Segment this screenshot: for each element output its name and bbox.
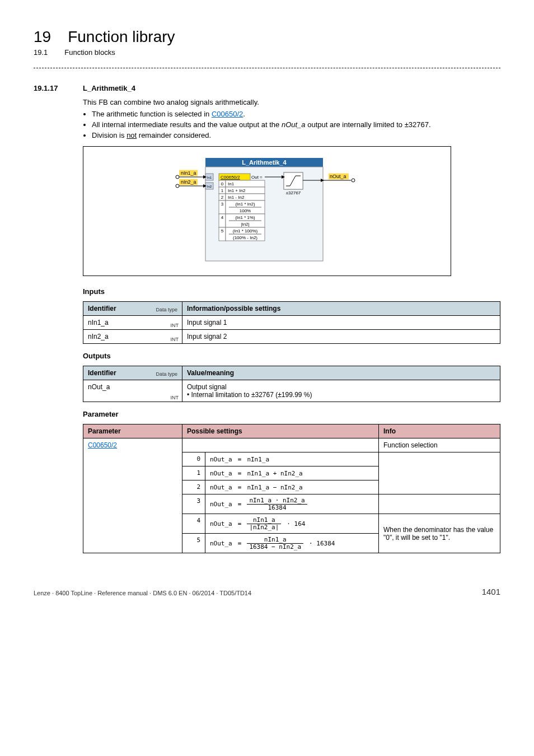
id-text: nIn2_a (88, 333, 109, 340)
equals-icon: = (238, 520, 242, 528)
th-identifier: Identifier Data type (83, 366, 182, 380)
f-lhs: nOut_a (210, 456, 232, 463)
opt-text: (In1 * 100%) (233, 228, 258, 234)
opt-text: |In2| (241, 222, 249, 227)
cell-formula: nOut_a = nIn1_a (205, 452, 379, 466)
inputs-heading: Inputs (83, 287, 500, 296)
opt-num: 1 (221, 188, 224, 193)
diagram-outeq: Out = (251, 175, 263, 180)
bullet-text: . (243, 110, 245, 118)
cell-num: 3 (182, 494, 205, 514)
cell-identifier: nOut_a INT (83, 380, 182, 402)
label-nin2: nIn2_a (181, 179, 196, 185)
section-number: 19.1.17 (34, 84, 83, 92)
block-diagram: L_Arithmetik_4 In1 In2 nIn1_a nIn2_a C00… (166, 157, 368, 263)
table-row: nIn1_a INT Input signal 1 (83, 316, 500, 330)
subchapter-title: Function blocks (64, 48, 115, 57)
cell-identifier: nIn2_a INT (83, 330, 182, 344)
code-link[interactable]: C00650/2 (88, 441, 117, 449)
bullet-text: Division is (92, 131, 127, 139)
cell-formula: nOut_a = nIn1_a |nIn2_a| ⋅ 164 (205, 514, 379, 534)
th-param: Parameter (83, 424, 182, 438)
datatype: INT (171, 323, 179, 328)
th-identifier: Identifier Data type (83, 302, 182, 316)
opt-num: 0 (221, 181, 224, 186)
cell-param: C00650/2 (83, 438, 182, 553)
equals-icon: = (238, 484, 242, 491)
opt-num: 2 (221, 195, 224, 200)
diagram-code-link[interactable]: C00650/2 (221, 175, 240, 180)
bullet-text: remainder considered. (137, 131, 211, 139)
frac-num: nIn1_a (247, 517, 281, 524)
cell-empty (379, 494, 500, 514)
cell-num: 5 (182, 534, 205, 553)
svg-rect-32 (284, 172, 303, 189)
label-nin1: nIn1_a (181, 170, 196, 176)
frac-den: |nIn2_a| (247, 524, 281, 531)
svg-point-4 (176, 175, 179, 179)
parameter-table: Parameter Possible settings Info C00650/… (83, 424, 500, 553)
opt-text: (100% - In2) (233, 235, 257, 240)
datatype: INT (171, 395, 179, 400)
frac-num: nIn1_a (247, 536, 303, 544)
value-line: Output signal (187, 383, 227, 391)
cell-info: Function selection (379, 438, 500, 452)
id-text: nOut_a (88, 383, 110, 391)
f-lhs: nOut_a (210, 470, 232, 477)
bullet-text: output are internally limited to ±32767. (306, 120, 431, 129)
equals-icon: = (238, 540, 242, 547)
value-line: • Internal limitation to ±32767 (±199.99… (187, 391, 312, 399)
equals-icon: = (238, 470, 242, 477)
cell-note: When the denominator has the value "0", … (379, 514, 500, 553)
outputs-heading: Outputs (83, 352, 500, 360)
frac-den: 16384 (247, 505, 307, 511)
th-value: Value/meaning (182, 366, 500, 380)
table-row: nIn2_a INT Input signal 2 (83, 330, 500, 344)
cell-num: 2 (182, 480, 205, 494)
opt-num: 5 (221, 228, 224, 234)
opt-num: 3 (221, 202, 224, 207)
label-nout: nOut_a (330, 174, 346, 179)
subchapter-number: 19.1 (34, 48, 48, 57)
port-in2: In2 (207, 185, 212, 188)
equals-icon: = (238, 501, 242, 508)
limiter-label: ±32767 (286, 190, 301, 195)
code-link[interactable]: C00650/2 (212, 110, 243, 118)
datatype: INT (171, 337, 179, 342)
section-title: L_Arithmetik_4 (83, 84, 135, 92)
bullet-text: The arithmetic function is selected in (92, 110, 212, 118)
underlined-word: not (127, 131, 137, 139)
cell-formula: nOut_a = nIn1_a 16384 − nIn2_a ⋅ 16384 (205, 534, 379, 553)
f-rhs: nIn1_a − nIn2_a (247, 484, 302, 491)
chapter-title: Function library (68, 28, 175, 46)
bullet-division: Division is not remainder considered. (92, 131, 500, 139)
table-row: nOut_a INT Output signal • Internal limi… (83, 380, 500, 402)
parameter-heading: Parameter (83, 410, 500, 418)
opt-text: 100% (240, 208, 251, 213)
block-diagram-frame: L_Arithmetik_4 In1 In2 nIn1_a nIn2_a C00… (83, 146, 451, 276)
f-lhs: nOut_a (210, 520, 232, 528)
cell-info: Input signal 1 (182, 316, 500, 330)
diagram-title: L_Arithmetik_4 (242, 159, 287, 166)
cell-identifier: nIn1_a INT (83, 316, 182, 330)
f-mult: ⋅ 164 (287, 520, 305, 528)
italic-output-name: nOut_a (282, 120, 306, 129)
opt-text: In1 (228, 181, 235, 186)
svg-point-37 (352, 179, 355, 182)
cell-num: 1 (182, 466, 205, 480)
th-info: Information/possible settings (182, 302, 500, 316)
opt-text: (In1 * In2) (235, 202, 255, 207)
opt-text: In1 - In2 (228, 195, 245, 200)
bullet-arith-fn: The arithmetic function is selected in C… (92, 110, 500, 118)
cell-num: 4 (182, 514, 205, 534)
bullet-text: All internal intermediate results and th… (92, 120, 282, 129)
outputs-table: Identifier Data type Value/meaning nOut_… (83, 366, 500, 402)
th-text: Identifier (88, 369, 116, 377)
page-number: 1401 (482, 587, 500, 596)
chapter-number: 19 (34, 28, 51, 46)
th-settings: Possible settings (182, 424, 379, 438)
th-info: Info (379, 424, 500, 438)
th-text: Identifier (88, 305, 116, 312)
f-rhs: nIn1_a + nIn2_a (247, 470, 302, 477)
th-datatype: Data type (156, 371, 177, 377)
